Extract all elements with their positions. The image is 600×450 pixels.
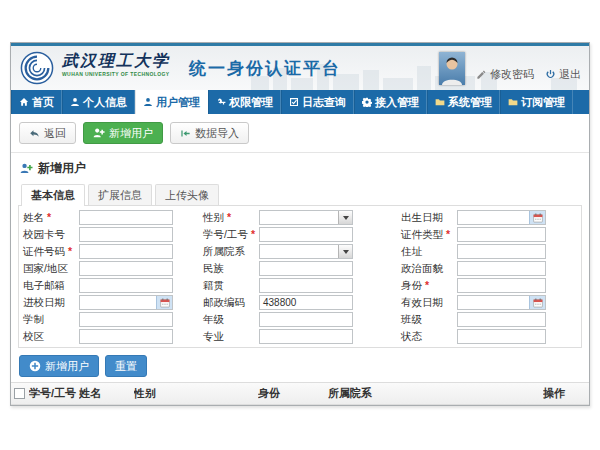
campus-input[interactable]	[79, 329, 173, 344]
tab-basic-info[interactable]: 基本信息	[21, 184, 85, 206]
reset-button-label: 重置	[115, 359, 137, 374]
class-input[interactable]	[457, 312, 546, 327]
plus-circle-icon	[29, 360, 41, 372]
department-field: 所属院系	[201, 244, 399, 259]
postal-code-input[interactable]: 438800	[259, 295, 353, 310]
nav-item-permission-management[interactable]: 权限管理	[208, 90, 281, 114]
status-input[interactable]	[457, 329, 546, 344]
campus-card-field: 校园卡号	[21, 227, 201, 242]
tab-bar: 基本信息扩展信息上传头像	[21, 184, 589, 205]
political-status-field: 政治面貌	[399, 261, 579, 276]
import-arrow-icon	[180, 128, 191, 139]
add-user-toolbar-button[interactable]: 新增用户	[83, 122, 163, 144]
native-place-input[interactable]	[259, 278, 353, 293]
tab-extended-info[interactable]: 扩展信息	[88, 184, 152, 205]
calendar-icon[interactable]	[156, 296, 172, 309]
ethnicity-input[interactable]	[259, 261, 353, 276]
education-length-field: 学制	[21, 312, 201, 327]
person-icon	[70, 97, 80, 107]
enroll-date-date-input[interactable]	[79, 295, 173, 310]
nav-item-label: 用户管理	[156, 95, 200, 110]
page-container: 武汉理工大学 WUHAN UNIVERSITY OF TECHNOLOGY 统一…	[10, 42, 590, 406]
nav-item-label: 日志查询	[302, 95, 346, 110]
name-input[interactable]	[79, 210, 173, 225]
major-label: 专业	[201, 330, 259, 344]
nav-item-label: 权限管理	[229, 95, 273, 110]
required-asterisk: *	[47, 211, 51, 223]
department-label: 所属院系	[201, 245, 259, 259]
add-user-icon	[93, 127, 105, 139]
data-import-button[interactable]: 数据导入	[170, 122, 249, 144]
calendar-icon[interactable]	[529, 211, 545, 224]
platform-title: 统一身份认证平台	[189, 57, 341, 80]
required-asterisk: *	[251, 228, 255, 240]
university-name-block: 武汉理工大学 WUHAN UNIVERSITY OF TECHNOLOGY	[62, 53, 170, 77]
nav-item-home[interactable]: 首页	[11, 90, 62, 114]
id-number-field: 证件号码*	[21, 244, 201, 259]
postal-code-value: 438800	[263, 298, 296, 308]
email-input[interactable]	[79, 278, 173, 293]
campus-field: 校区	[21, 329, 201, 344]
nav-item-log-query[interactable]: 日志查询	[281, 90, 354, 114]
major-field: 专业	[201, 329, 399, 344]
postal-code-label: 邮政编码	[201, 296, 259, 310]
identity-input[interactable]	[457, 278, 546, 293]
back-button[interactable]: 返回	[19, 122, 76, 144]
chevron-down-icon[interactable]	[338, 245, 352, 258]
gender-field: 性别*	[201, 210, 399, 225]
add-user-section-icon	[20, 162, 33, 175]
political-status-input[interactable]	[457, 261, 546, 276]
nav-item-label: 订阅管理	[521, 95, 565, 110]
section-header: 新增用户	[11, 153, 589, 181]
nav-item-subscription-management[interactable]: 订阅管理	[500, 90, 573, 114]
column-header-name: 姓名	[79, 386, 134, 401]
valid-date-label: 有效日期	[399, 296, 457, 310]
status-field: 状态	[399, 329, 579, 344]
nav-item-system-management[interactable]: 系统管理	[427, 90, 500, 114]
logout-label: 退出	[559, 67, 581, 82]
nav-item-label: 个人信息	[83, 95, 127, 110]
country-region-input[interactable]	[79, 261, 173, 276]
required-asterisk: *	[68, 245, 72, 257]
form-actions: 新增用户 重置	[19, 355, 589, 377]
enroll-date-label: 进校日期	[21, 296, 79, 310]
column-header-gender: 性别	[134, 386, 258, 401]
tab-upload-avatar[interactable]: 上传头像	[155, 184, 219, 205]
campus-card-input[interactable]	[79, 227, 173, 242]
birth-date-date-input[interactable]	[457, 210, 546, 225]
student-id-input[interactable]	[259, 227, 353, 242]
required-asterisk: *	[446, 228, 450, 240]
major-input[interactable]	[259, 329, 353, 344]
calendar-icon[interactable]	[529, 296, 545, 309]
change-password-link[interactable]: 修改密码	[476, 67, 534, 82]
nav-item-user-management[interactable]: 用户管理	[135, 90, 208, 114]
reset-button[interactable]: 重置	[105, 355, 147, 377]
enroll-date-field: 进校日期	[21, 295, 201, 310]
logout-link[interactable]: 退出	[545, 67, 581, 82]
university-name: 武汉理工大学	[62, 53, 170, 69]
user-table-header: 学号/工号姓名性别身份所属院系操作	[11, 383, 589, 404]
id-type-input[interactable]	[457, 227, 546, 242]
select-all-checkbox[interactable]	[14, 388, 25, 399]
add-user-submit-button[interactable]: 新增用户	[19, 355, 99, 377]
address-input[interactable]	[457, 244, 546, 259]
form-panel: 姓名*性别*出生日期校园卡号学号/工号*证件类型*证件号码*所属院系住址国家/地…	[18, 205, 582, 348]
grade-input[interactable]	[259, 312, 353, 327]
valid-date-date-input[interactable]	[457, 295, 546, 310]
chevron-down-icon[interactable]	[338, 211, 352, 224]
country-region-field: 国家/地区	[21, 261, 201, 276]
id-number-input[interactable]	[79, 244, 173, 259]
address-field: 住址	[399, 244, 579, 259]
department-select[interactable]	[259, 244, 353, 259]
gender-select[interactable]	[259, 210, 353, 225]
id-type-label: 证件类型*	[399, 228, 457, 242]
nav-item-access-management[interactable]: 接入管理	[354, 90, 427, 114]
education-length-label: 学制	[21, 313, 79, 327]
nav-item-personal-info[interactable]: 个人信息	[62, 90, 135, 114]
user-avatar	[439, 52, 465, 85]
status-label: 状态	[399, 330, 457, 344]
political-status-label: 政治面貌	[399, 262, 457, 276]
education-length-input[interactable]	[79, 312, 173, 327]
change-password-label: 修改密码	[490, 67, 534, 82]
data-import-button-label: 数据导入	[195, 126, 239, 141]
